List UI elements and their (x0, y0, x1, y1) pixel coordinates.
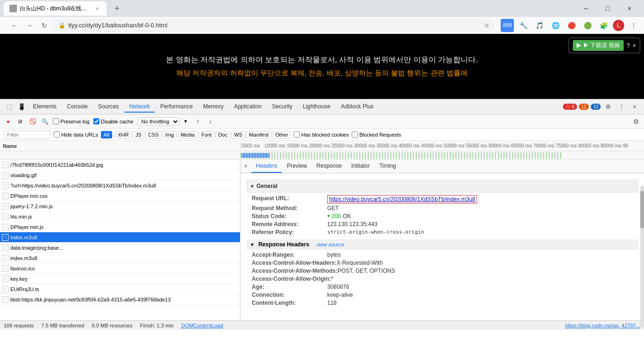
disable-cache-checkbox[interactable] (93, 118, 99, 124)
list-item[interactable]: □ jquery-1.7.2.min.js (0, 201, 240, 212)
active-tab[interactable]: 白头山HD - dbm3u8在线观看· × (4, 1, 107, 16)
ext1[interactable]: ABB (501, 19, 514, 32)
list-item[interactable]: □ favicon.ico (0, 263, 240, 274)
list-item[interactable]: □ index.m3u8 (0, 253, 240, 263)
tab-lighthouse[interactable]: Lighthouse (298, 101, 335, 113)
tab-memory[interactable]: Memory (198, 101, 228, 113)
menu-button[interactable]: ⋮ (627, 19, 640, 32)
hide-data-urls-label[interactable]: Hide data URLs (54, 131, 98, 138)
list-item[interactable]: □ DPlayer.min.css (0, 191, 240, 201)
dom-content-load[interactable]: DOMContentLoad (181, 323, 223, 328)
filter-all[interactable]: All (101, 131, 112, 138)
filter-font[interactable]: Font (198, 131, 215, 138)
request-method-key: Request Method: (252, 205, 327, 212)
ext3[interactable]: 🎵 (533, 19, 546, 32)
hide-data-urls-checkbox[interactable] (54, 131, 60, 138)
details-tab-response[interactable]: Response (312, 160, 347, 173)
overlay-close-icon[interactable]: × (633, 42, 636, 49)
refresh-button[interactable]: ↻ (38, 19, 51, 32)
ext5[interactable]: 🔴 (565, 19, 578, 32)
tab-adblock[interactable]: Adblock Plus (336, 101, 378, 113)
tab-performance[interactable]: Performance (156, 101, 198, 113)
details-tab-preview[interactable]: Preview (282, 160, 312, 173)
back-button[interactable]: ← (8, 19, 21, 32)
view-source-link[interactable]: view source (317, 242, 344, 247)
bookmark-icon[interactable]: ☆ (484, 22, 489, 29)
tab-close-button[interactable]: × (93, 5, 101, 12)
close-button[interactable]: × (619, 0, 640, 17)
request-url-value[interactable]: https://video.buycar5.cn/20200808/1XdSSb… (327, 195, 477, 204)
list-item[interactable]: □ blob:https://kk.jinpuyuan.net/0c83f5f4… (0, 294, 240, 305)
list-item[interactable]: □ key.key (0, 274, 240, 284)
list-item[interactable]: □ DPlayer.min.js (0, 222, 240, 232)
ext2[interactable]: 🔧 (517, 19, 530, 32)
filter-css[interactable]: CSS (145, 131, 162, 138)
maximize-button[interactable]: □ (597, 0, 619, 17)
ext-green[interactable]: 🟢 (581, 19, 594, 32)
tab-elements[interactable]: Elements (28, 101, 61, 113)
tab-application[interactable]: Application (229, 101, 266, 113)
content-length-key: Content-Length: (252, 300, 327, 306)
list-item[interactable]: □ vloading.gif (0, 170, 240, 180)
details-close-btn[interactable]: × (244, 163, 248, 170)
details-tab-initiator[interactable]: Initiator (347, 160, 374, 173)
tab-network[interactable]: Network (124, 101, 155, 113)
list-item[interactable]: □ /7fcd7f8f0f15c00f1f14221ab460b52d.jpg (0, 160, 240, 170)
preserve-log-label[interactable]: Preserve log (53, 118, 90, 124)
info-count[interactable]: 10 (591, 104, 601, 110)
forward-button[interactable]: → (23, 19, 36, 32)
download-icon[interactable]: ↓ (206, 117, 215, 126)
disable-cache-label[interactable]: Disable cache (93, 118, 133, 124)
help-icon[interactable]: ? (627, 42, 630, 49)
filter-ws[interactable]: WS (231, 131, 245, 138)
devtools-close[interactable]: × (629, 101, 640, 113)
list-item[interactable]: □ EUtRrqJU.ts (0, 284, 240, 294)
device-mode-button[interactable]: 📱 (16, 101, 27, 113)
devtools-more[interactable]: ⋮ (616, 101, 627, 113)
accept-ranges-key: Accept-Ranges: (252, 252, 327, 258)
list-item[interactable]: □ data:image/png;base... (0, 243, 240, 253)
has-blocked-label[interactable]: Has blocked cookies (294, 131, 349, 138)
tab-security[interactable]: Security (267, 101, 297, 113)
devtools-settings[interactable]: ⚙ (603, 101, 614, 113)
stop-button[interactable]: ⊘ (16, 117, 25, 126)
filter-media[interactable]: Media (178, 131, 198, 138)
profile-button[interactable]: L (613, 20, 624, 31)
filter-js[interactable]: JS (132, 131, 144, 138)
tab-console[interactable]: Console (62, 101, 92, 113)
filter-xhr[interactable]: XHR (115, 131, 132, 138)
throttle-select[interactable]: No throttling (137, 117, 180, 126)
error-count[interactable]: 🔴 6 (563, 104, 577, 110)
warn-count[interactable]: 12 (579, 104, 589, 110)
address-bar[interactable] (68, 22, 481, 29)
address-bar-container[interactable]: 🔒 ☆ (53, 19, 495, 32)
record-button[interactable]: ● (4, 117, 12, 126)
tab-sources[interactable]: Sources (93, 101, 124, 113)
filter-doc[interactable]: Doc (215, 131, 231, 138)
blocked-requests-checkbox[interactable] (352, 131, 358, 138)
filter-input[interactable] (4, 130, 51, 139)
blocked-requests-label[interactable]: Blocked Requests (352, 131, 401, 138)
filter-img[interactable]: Img (163, 131, 177, 138)
network-settings-icon[interactable]: ⚙ (632, 117, 640, 126)
new-tab-button[interactable]: + (110, 2, 124, 15)
ext4[interactable]: 🌐 (549, 19, 562, 32)
details-tab-headers[interactable]: Headers (251, 160, 282, 173)
download-video-button[interactable]: ▶ ▶ 下载该 视频 (573, 40, 624, 51)
minimize-button[interactable]: ─ (575, 0, 597, 17)
has-blocked-checkbox[interactable] (294, 131, 300, 138)
preserve-log-checkbox[interactable] (53, 118, 59, 124)
extensions-button[interactable]: 🧩 (597, 19, 610, 32)
list-item-selected[interactable]: □ index.m3u8 (0, 232, 240, 243)
blog-link[interactable]: https://blog.csdn.me/qq_42707... (565, 323, 640, 328)
list-item[interactable]: □ hls.min.js (0, 212, 240, 222)
filter-manifest[interactable]: Manifest (246, 131, 272, 138)
details-tab-timing[interactable]: Timing (374, 160, 401, 173)
video-overlay-download[interactable]: ▶ ▶ 下载该 视频 ? × (569, 38, 640, 53)
clear-button[interactable]: 🚫 (28, 117, 37, 126)
search-button[interactable]: 🔍 (41, 117, 49, 126)
filter-other[interactable]: Other (272, 131, 291, 138)
upload-icon[interactable]: ↑ (194, 117, 202, 126)
list-item[interactable]: □ ?url=https://video.buycar5.cn/20200808… (0, 180, 240, 191)
inspect-element-button[interactable]: ⬚ (4, 101, 15, 113)
